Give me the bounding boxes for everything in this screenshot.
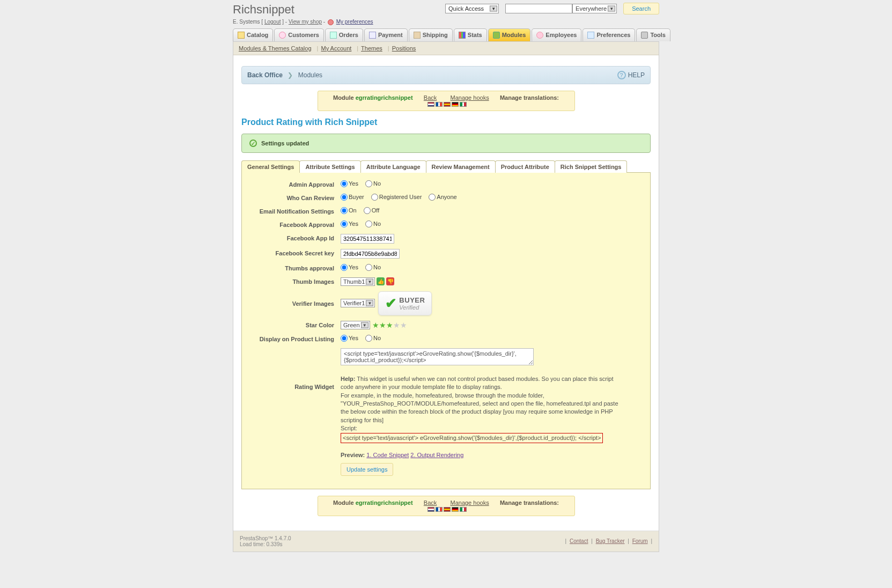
breadcrumb-bar: Back Office ❯ Modules ? HELP xyxy=(241,66,651,84)
label-star-color: Star Color xyxy=(249,321,341,328)
label-verifier-images: Verifier Images xyxy=(249,299,341,307)
reviewer-anyone[interactable] xyxy=(429,194,436,201)
footer-contact-link[interactable]: Contact xyxy=(570,538,588,544)
tab-payment[interactable]: Payment xyxy=(364,28,408,41)
thumb-up-icon: 👍 xyxy=(377,277,385,285)
buyer-verified-badge: ✔ BUYER Verified xyxy=(378,291,432,315)
flag-us-icon[interactable] xyxy=(427,507,434,512)
stab-attribute-language[interactable]: Attribute Language xyxy=(360,160,426,173)
breadcrumb-back-office[interactable]: Back Office xyxy=(247,71,283,79)
tab-catalog[interactable]: Catalog xyxy=(233,28,273,41)
footer-forum-link[interactable]: Forum xyxy=(632,538,648,544)
email-notif-on[interactable] xyxy=(341,207,348,214)
success-alert: ✓ Settings updated xyxy=(241,134,651,153)
back-link-bottom[interactable]: Back xyxy=(424,499,437,506)
star-icon: ★ xyxy=(386,321,393,329)
back-link[interactable]: Back xyxy=(424,94,437,101)
flag-de-icon[interactable] xyxy=(452,507,459,512)
thumb-image-select[interactable]: Thumb1 xyxy=(341,277,375,286)
main-tab-strip: Catalog Customers Orders Payment Shippin… xyxy=(233,28,659,41)
tab-stats[interactable]: Stats xyxy=(454,28,487,41)
flag-it-icon[interactable] xyxy=(460,507,467,512)
flag-es-icon[interactable] xyxy=(444,507,451,512)
display-listing-no[interactable] xyxy=(365,335,372,342)
flag-it-icon[interactable] xyxy=(460,102,467,107)
reviewer-buyer[interactable] xyxy=(341,194,348,201)
thumbs-approval-no[interactable] xyxy=(365,264,372,271)
manage-hooks-link[interactable]: Manage hooks xyxy=(450,94,489,101)
help-link[interactable]: HELP xyxy=(628,71,645,79)
chart-icon xyxy=(459,32,466,39)
stab-attribute-settings[interactable]: Attribute Settings xyxy=(299,160,360,173)
search-button[interactable]: Search xyxy=(623,3,659,14)
tab-tools[interactable]: Tools xyxy=(636,28,670,41)
update-settings-button[interactable]: Update settings xyxy=(341,463,393,476)
help-text: Help: This widget is useful when we can … xyxy=(341,375,620,460)
quick-access-select[interactable]: Quick Access xyxy=(445,4,499,13)
fb-appid-input[interactable] xyxy=(341,234,394,244)
script-code-textarea[interactable]: <script type='text/javascript'>eGroveRat… xyxy=(341,348,534,365)
script-highlight: <script type='text/javascript'> eGroveRa… xyxy=(341,433,603,443)
subnav-bar: Modules & Themes Catalog| My Account| Th… xyxy=(233,42,659,55)
footer-bug-link[interactable]: Bug Tracker xyxy=(596,538,625,544)
star-icon: ★ xyxy=(400,321,407,329)
tab-preferences[interactable]: Preferences xyxy=(583,28,635,41)
subnav-modules-catalog[interactable]: Modules & Themes Catalog xyxy=(239,45,312,52)
manage-hooks-link-bottom[interactable]: Manage hooks xyxy=(450,499,489,506)
tab-orders[interactable]: Orders xyxy=(325,28,363,41)
translation-flags-bottom xyxy=(427,507,467,512)
user-line: E. Systems [ Logout ] - View my shop - M… xyxy=(233,19,373,25)
display-listing-yes[interactable] xyxy=(341,335,348,342)
view-shop-link[interactable]: View my shop xyxy=(289,19,322,25)
flag-de-icon[interactable] xyxy=(452,102,459,107)
flag-fr-icon[interactable] xyxy=(436,102,443,107)
load-time-text: Load time: 0.339s xyxy=(240,541,291,547)
tab-modules[interactable]: Modules xyxy=(488,28,531,41)
chevron-right-icon: ❯ xyxy=(287,71,293,79)
module-info-bar-bottom: Module egrratingrichsnippet Back Manage … xyxy=(318,496,575,516)
translation-flags xyxy=(427,102,467,107)
preview-output-link[interactable]: 2. Output Rendering xyxy=(410,452,463,458)
tab-customers[interactable]: Customers xyxy=(274,28,323,41)
help-icon: ? xyxy=(617,71,626,79)
label-thumbs-approval: Thumbs approval xyxy=(249,264,341,271)
tab-shipping[interactable]: Shipping xyxy=(409,28,453,41)
reviewer-registered[interactable] xyxy=(371,194,378,201)
checkmark-icon: ✔ xyxy=(385,295,397,312)
verifier-image-select[interactable]: Verifier1 xyxy=(341,299,375,307)
admin-approval-yes[interactable] xyxy=(341,180,348,187)
settings-tab-strip: General Settings Attribute Settings Attr… xyxy=(241,160,651,173)
email-notif-off[interactable] xyxy=(364,207,371,214)
breadcrumb-modules[interactable]: Modules xyxy=(298,71,322,79)
flag-fr-icon[interactable] xyxy=(436,507,443,512)
fb-approval-yes[interactable] xyxy=(341,220,348,227)
fb-approval-no[interactable] xyxy=(365,220,372,227)
flag-es-icon[interactable] xyxy=(444,102,451,107)
my-preferences-link[interactable]: My preferences xyxy=(336,19,373,25)
search-input[interactable] xyxy=(505,4,572,13)
subnav-my-account[interactable]: My Account xyxy=(321,45,351,52)
employees-icon xyxy=(536,32,543,39)
version-text: PrestaShop™ 1.4.7.0 xyxy=(240,535,291,541)
star-color-select[interactable]: Green xyxy=(341,321,370,329)
fb-secret-input[interactable] xyxy=(341,249,400,259)
subnav-positions[interactable]: Positions xyxy=(392,45,416,52)
stab-product-attribute[interactable]: Product Attribute xyxy=(495,160,555,173)
stab-rich-snippet[interactable]: Rich Snippet Settings xyxy=(555,160,628,173)
thumbs-approval-yes[interactable] xyxy=(341,264,348,271)
module-name: egrratingrichsnippet xyxy=(356,499,413,506)
label-admin-approval: Admin Approval xyxy=(249,180,341,188)
folder-icon xyxy=(238,32,245,39)
logout-link[interactable]: Logout xyxy=(264,19,281,25)
label-fb-secret: Facebook Secret key xyxy=(249,249,341,256)
check-icon: ✓ xyxy=(249,139,257,147)
admin-approval-no[interactable] xyxy=(365,180,372,187)
stab-review-management[interactable]: Review Management xyxy=(426,160,496,173)
flag-us-icon[interactable] xyxy=(427,102,434,107)
preview-code-link[interactable]: 1. Code Snippet xyxy=(366,452,409,458)
stab-general[interactable]: General Settings xyxy=(241,160,300,173)
tab-employees[interactable]: Employees xyxy=(532,28,581,41)
subnav-themes[interactable]: Themes xyxy=(361,45,382,52)
search-scope-select[interactable]: Everywhere xyxy=(572,4,617,13)
settings-panel: Admin Approval Yes No Who Can Review Buy… xyxy=(241,172,651,489)
